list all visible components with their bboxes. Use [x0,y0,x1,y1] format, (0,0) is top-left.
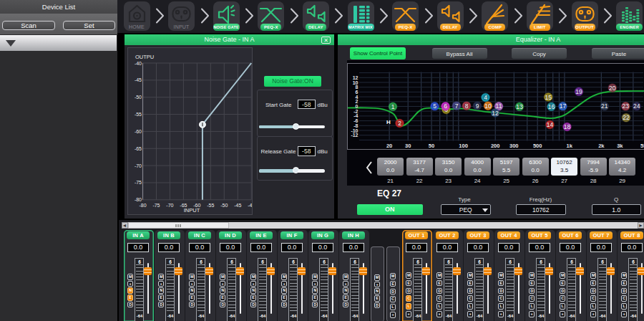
svg-text:-60: -60 [135,129,142,134]
svg-text:-40: -40 [248,203,252,208]
svg-text:OUTPU: OUTPU [135,54,154,60]
svg-text:-75: -75 [152,203,160,208]
svg-text:-55: -55 [135,112,142,117]
svg-text:-40: -40 [135,61,142,66]
svg-text:-50: -50 [220,203,228,208]
svg-text:-75: -75 [135,180,142,185]
svg-text:-55: -55 [207,203,214,208]
svg-text:-65: -65 [135,146,142,151]
svg-text:INPUT: INPUT [184,207,200,214]
svg-text:-50: -50 [135,95,142,100]
svg-text:-45: -45 [135,77,142,82]
svg-text:-45: -45 [234,203,241,208]
svg-text:-70: -70 [166,203,173,208]
svg-text:-80: -80 [139,203,146,208]
svg-text:-80: -80 [135,197,142,202]
svg-text:-70: -70 [135,163,142,168]
